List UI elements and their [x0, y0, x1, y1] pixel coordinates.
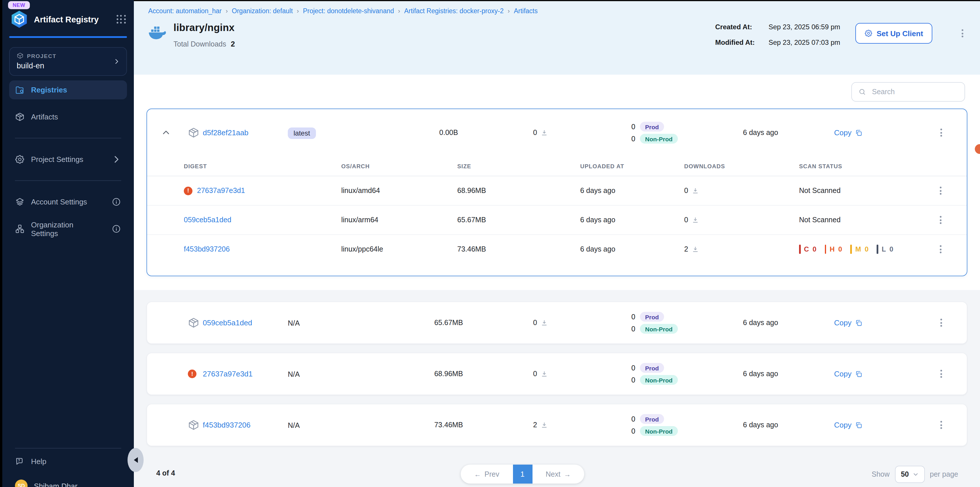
sidebar-item-registries[interactable]: Registries: [9, 80, 127, 99]
main-area: Account: automation_har› Organization: d…: [134, 0, 980, 487]
row-overflow-menu[interactable]: [929, 185, 952, 196]
digest-link[interactable]: 27637a97e3d1: [197, 187, 245, 195]
env-counts: 0Prod 0Non-Prod: [630, 119, 678, 146]
page-size-select[interactable]: 50: [895, 466, 924, 483]
row-overflow-menu[interactable]: [939, 368, 944, 380]
sidebar-item-label: Organization Settings: [31, 220, 99, 237]
copy-button[interactable]: Copy: [834, 128, 863, 137]
tag-badge: latest: [288, 127, 316, 139]
scan-medium: M 0: [851, 245, 869, 254]
row-overflow-menu[interactable]: [929, 244, 952, 255]
breadcrumb-registry[interactable]: Artifact Registries: docker-proxy-2: [404, 8, 503, 14]
digest-size: 68.96MB: [457, 187, 580, 195]
copy-icon: [855, 129, 863, 137]
user-menu[interactable]: SD Shibam Dhar: [9, 476, 127, 487]
breadcrumb-organization[interactable]: Organization: default: [232, 8, 293, 14]
timestamps: Created At: Sep 23, 2025 06:59 pm Modifi…: [715, 23, 840, 46]
prod-badge: Prod: [640, 363, 664, 373]
info-icon[interactable]: [111, 224, 121, 234]
nonprod-badge: Non-Prod: [640, 324, 678, 334]
os-arch: linux/ppc64le: [341, 245, 457, 253]
artifact-id-link[interactable]: 059ceb5a1ded: [203, 318, 252, 327]
avatar: SD: [15, 479, 27, 487]
chevron-right-icon: [113, 58, 120, 65]
row-overflow-menu[interactable]: [939, 127, 944, 138]
downloads-count: 0: [684, 216, 799, 224]
nonprod-count: 0: [630, 325, 635, 333]
scan-critical: C 0: [799, 245, 817, 254]
digest-link[interactable]: 059ceb5a1ded: [184, 216, 231, 224]
info-icon[interactable]: [111, 197, 121, 207]
scan-counts: C 0 H 0 M 0 L 0: [799, 245, 929, 254]
artifact-list: d5f28ef21aab latest 0.00B 0 0Prod 0Non-P…: [134, 109, 980, 487]
prev-page-button[interactable]: Prev: [461, 465, 513, 484]
copy-button[interactable]: Copy: [834, 421, 863, 429]
copy-button[interactable]: Copy: [834, 318, 863, 327]
breadcrumb-separator: ›: [297, 8, 299, 14]
downloads-count: 2: [684, 245, 799, 253]
artifact-id-link[interactable]: f453bd937206: [203, 421, 250, 429]
set-up-client-label: Set Up Client: [877, 29, 923, 38]
title-row: library/nginx Total Downloads 2: [148, 22, 235, 48]
download-icon: [692, 245, 699, 253]
sidebar-item-account-settings[interactable]: Account Settings: [9, 193, 127, 211]
next-page-button[interactable]: Next: [532, 465, 584, 484]
pager: Prev 1 Next: [461, 465, 584, 484]
breadcrumb-project[interactable]: Project: donotdelete-shivanand: [303, 8, 394, 14]
gear-icon: [864, 29, 873, 37]
uploaded-at: 6 days ago: [580, 245, 684, 253]
breadcrumb-separator: ›: [398, 8, 400, 14]
sidebar-nav: Registries Artifacts Project Settings Ac…: [2, 80, 134, 238]
tag-value: N/A: [288, 371, 300, 379]
sidebar-collapse-handle[interactable]: [127, 448, 143, 472]
warning-icon: !: [188, 369, 196, 378]
artifact-row: ! 27637a97e3d1 N/A 68.96MB 0 0Prod 0Non-…: [146, 353, 967, 395]
column-header-uploaded: UPLOADED AT: [580, 163, 684, 169]
artifacts-package-icon: [15, 112, 25, 122]
result-count: 4 of 4: [156, 469, 175, 477]
row-overflow-menu[interactable]: [939, 317, 944, 328]
current-page-button[interactable]: 1: [513, 465, 532, 484]
row-overflow-menu[interactable]: [939, 419, 944, 431]
collapse-row-button[interactable]: [161, 127, 171, 138]
artifact-id-link[interactable]: d5f28ef21aab: [203, 128, 248, 137]
modified-at-label: Modified At:: [715, 38, 755, 46]
column-header-digest: DIGEST: [184, 163, 341, 169]
download-icon: [541, 421, 548, 429]
sidebar-divider: [15, 138, 121, 138]
search-icon: [858, 88, 866, 96]
project-selector[interactable]: PROJECT build-en: [9, 47, 127, 76]
sidebar-item-project-settings[interactable]: Project Settings: [9, 150, 127, 169]
copy-icon: [855, 370, 863, 378]
env-counts: 0Prod 0Non-Prod: [630, 361, 678, 387]
layers-icon: [15, 197, 25, 207]
copy-icon: [855, 421, 863, 429]
apps-grid-icon[interactable]: [117, 15, 126, 23]
artifact-id-link[interactable]: 27637a97e3d1: [203, 369, 253, 378]
nonprod-badge: Non-Prod: [640, 134, 678, 143]
sidebar-item-help[interactable]: ? Help: [9, 452, 127, 471]
breadcrumb-artifacts[interactable]: Artifacts: [514, 8, 538, 14]
download-icon: [692, 187, 699, 194]
artifact-row: 059ceb5a1ded N/A 65.67MB 0 0Prod 0Non-Pr…: [146, 301, 967, 344]
set-up-client-button[interactable]: Set Up Client: [855, 23, 932, 44]
search-input[interactable]: [871, 87, 966, 97]
header-overflow-menu[interactable]: [960, 27, 965, 39]
gear-icon: [15, 154, 25, 164]
digest-link[interactable]: f453bd937206: [184, 245, 230, 253]
sidebar-item-organization-settings[interactable]: Organization Settings: [9, 220, 127, 238]
artifact-size: 68.96MB: [406, 370, 492, 378]
svg-text:?: ?: [18, 458, 20, 463]
org-chart-icon: [15, 224, 25, 234]
breadcrumb-account[interactable]: Account: automation_har: [148, 8, 222, 14]
help-chat-icon: ?: [15, 457, 25, 466]
sidebar-item-artifacts[interactable]: Artifacts: [9, 107, 127, 126]
scan-low: L 0: [877, 245, 894, 254]
page-title: library/nginx: [173, 22, 235, 34]
copy-button[interactable]: Copy: [834, 369, 863, 378]
row-overflow-menu[interactable]: [929, 214, 952, 226]
downloads-count: 0: [533, 129, 548, 137]
sidebar-item-label: Artifacts: [31, 113, 58, 121]
warning-icon: !: [184, 186, 192, 195]
env-counts: 0Prod 0Non-Prod: [630, 310, 678, 336]
